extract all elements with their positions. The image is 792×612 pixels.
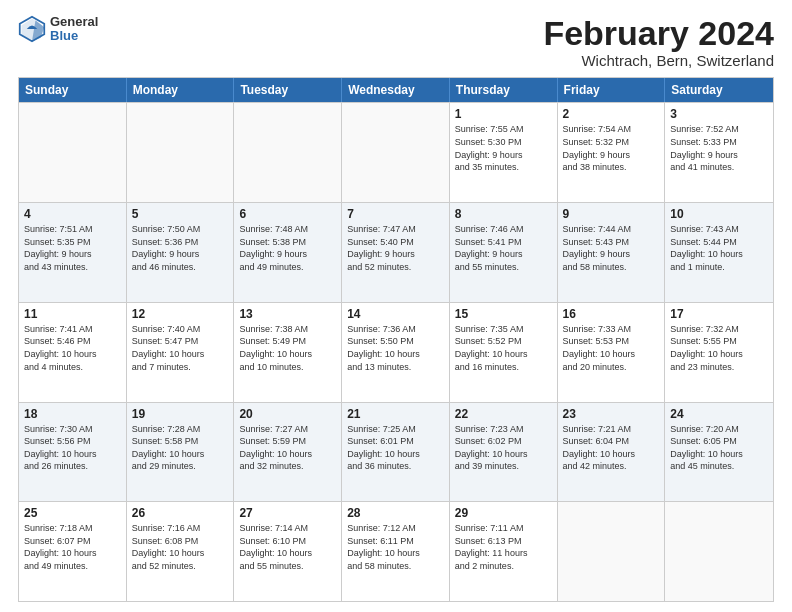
day-number: 6	[239, 207, 336, 221]
day-cell-6: 6Sunrise: 7:48 AM Sunset: 5:38 PM Daylig…	[234, 203, 342, 302]
day-info: Sunrise: 7:48 AM Sunset: 5:38 PM Dayligh…	[239, 223, 336, 273]
day-cell-1: 1Sunrise: 7:55 AM Sunset: 5:30 PM Daylig…	[450, 103, 558, 202]
day-number: 15	[455, 307, 552, 321]
empty-cell-0-2	[234, 103, 342, 202]
empty-cell-0-3	[342, 103, 450, 202]
logo-text: General Blue	[50, 15, 98, 44]
day-number: 14	[347, 307, 444, 321]
day-info: Sunrise: 7:16 AM Sunset: 6:08 PM Dayligh…	[132, 522, 229, 572]
day-number: 20	[239, 407, 336, 421]
day-number: 22	[455, 407, 552, 421]
header-day-saturday: Saturday	[665, 78, 773, 102]
day-cell-24: 24Sunrise: 7:20 AM Sunset: 6:05 PM Dayli…	[665, 403, 773, 502]
calendar-body: 1Sunrise: 7:55 AM Sunset: 5:30 PM Daylig…	[19, 102, 773, 601]
day-cell-5: 5Sunrise: 7:50 AM Sunset: 5:36 PM Daylig…	[127, 203, 235, 302]
day-info: Sunrise: 7:44 AM Sunset: 5:43 PM Dayligh…	[563, 223, 660, 273]
calendar-row-4: 18Sunrise: 7:30 AM Sunset: 5:56 PM Dayli…	[19, 402, 773, 502]
day-info: Sunrise: 7:20 AM Sunset: 6:05 PM Dayligh…	[670, 423, 768, 473]
day-number: 19	[132, 407, 229, 421]
day-number: 3	[670, 107, 768, 121]
day-number: 9	[563, 207, 660, 221]
day-number: 5	[132, 207, 229, 221]
day-cell-8: 8Sunrise: 7:46 AM Sunset: 5:41 PM Daylig…	[450, 203, 558, 302]
day-cell-12: 12Sunrise: 7:40 AM Sunset: 5:47 PM Dayli…	[127, 303, 235, 402]
header-day-thursday: Thursday	[450, 78, 558, 102]
day-cell-11: 11Sunrise: 7:41 AM Sunset: 5:46 PM Dayli…	[19, 303, 127, 402]
page: General Blue February 2024 Wichtrach, Be…	[0, 0, 792, 612]
day-info: Sunrise: 7:35 AM Sunset: 5:52 PM Dayligh…	[455, 323, 552, 373]
day-info: Sunrise: 7:23 AM Sunset: 6:02 PM Dayligh…	[455, 423, 552, 473]
day-info: Sunrise: 7:43 AM Sunset: 5:44 PM Dayligh…	[670, 223, 768, 273]
day-cell-14: 14Sunrise: 7:36 AM Sunset: 5:50 PM Dayli…	[342, 303, 450, 402]
day-cell-2: 2Sunrise: 7:54 AM Sunset: 5:32 PM Daylig…	[558, 103, 666, 202]
empty-cell-4-6	[665, 502, 773, 601]
day-info: Sunrise: 7:50 AM Sunset: 5:36 PM Dayligh…	[132, 223, 229, 273]
day-cell-27: 27Sunrise: 7:14 AM Sunset: 6:10 PM Dayli…	[234, 502, 342, 601]
day-info: Sunrise: 7:33 AM Sunset: 5:53 PM Dayligh…	[563, 323, 660, 373]
day-cell-23: 23Sunrise: 7:21 AM Sunset: 6:04 PM Dayli…	[558, 403, 666, 502]
day-info: Sunrise: 7:40 AM Sunset: 5:47 PM Dayligh…	[132, 323, 229, 373]
empty-cell-0-1	[127, 103, 235, 202]
day-number: 21	[347, 407, 444, 421]
day-number: 12	[132, 307, 229, 321]
day-number: 1	[455, 107, 552, 121]
day-number: 4	[24, 207, 121, 221]
day-cell-20: 20Sunrise: 7:27 AM Sunset: 5:59 PM Dayli…	[234, 403, 342, 502]
day-number: 7	[347, 207, 444, 221]
day-info: Sunrise: 7:21 AM Sunset: 6:04 PM Dayligh…	[563, 423, 660, 473]
day-info: Sunrise: 7:51 AM Sunset: 5:35 PM Dayligh…	[24, 223, 121, 273]
day-info: Sunrise: 7:46 AM Sunset: 5:41 PM Dayligh…	[455, 223, 552, 273]
calendar: SundayMondayTuesdayWednesdayThursdayFrid…	[18, 77, 774, 602]
day-info: Sunrise: 7:38 AM Sunset: 5:49 PM Dayligh…	[239, 323, 336, 373]
day-cell-10: 10Sunrise: 7:43 AM Sunset: 5:44 PM Dayli…	[665, 203, 773, 302]
day-number: 2	[563, 107, 660, 121]
day-info: Sunrise: 7:54 AM Sunset: 5:32 PM Dayligh…	[563, 123, 660, 173]
day-cell-18: 18Sunrise: 7:30 AM Sunset: 5:56 PM Dayli…	[19, 403, 127, 502]
day-number: 24	[670, 407, 768, 421]
day-number: 17	[670, 307, 768, 321]
day-cell-29: 29Sunrise: 7:11 AM Sunset: 6:13 PM Dayli…	[450, 502, 558, 601]
calendar-row-2: 4Sunrise: 7:51 AM Sunset: 5:35 PM Daylig…	[19, 202, 773, 302]
logo: General Blue	[18, 15, 98, 44]
top-section: General Blue February 2024 Wichtrach, Be…	[18, 15, 774, 69]
day-cell-9: 9Sunrise: 7:44 AM Sunset: 5:43 PM Daylig…	[558, 203, 666, 302]
day-number: 11	[24, 307, 121, 321]
day-cell-16: 16Sunrise: 7:33 AM Sunset: 5:53 PM Dayli…	[558, 303, 666, 402]
day-number: 8	[455, 207, 552, 221]
day-info: Sunrise: 7:28 AM Sunset: 5:58 PM Dayligh…	[132, 423, 229, 473]
day-number: 25	[24, 506, 121, 520]
day-cell-28: 28Sunrise: 7:12 AM Sunset: 6:11 PM Dayli…	[342, 502, 450, 601]
empty-cell-4-5	[558, 502, 666, 601]
day-info: Sunrise: 7:12 AM Sunset: 6:11 PM Dayligh…	[347, 522, 444, 572]
day-cell-25: 25Sunrise: 7:18 AM Sunset: 6:07 PM Dayli…	[19, 502, 127, 601]
logo-blue-text: Blue	[50, 29, 98, 43]
header-right: February 2024 Wichtrach, Bern, Switzerla…	[543, 15, 774, 69]
header-day-monday: Monday	[127, 78, 235, 102]
day-cell-26: 26Sunrise: 7:16 AM Sunset: 6:08 PM Dayli…	[127, 502, 235, 601]
calendar-header: SundayMondayTuesdayWednesdayThursdayFrid…	[19, 78, 773, 102]
day-number: 10	[670, 207, 768, 221]
calendar-row-5: 25Sunrise: 7:18 AM Sunset: 6:07 PM Dayli…	[19, 501, 773, 601]
day-number: 23	[563, 407, 660, 421]
day-info: Sunrise: 7:32 AM Sunset: 5:55 PM Dayligh…	[670, 323, 768, 373]
day-cell-4: 4Sunrise: 7:51 AM Sunset: 5:35 PM Daylig…	[19, 203, 127, 302]
day-number: 16	[563, 307, 660, 321]
calendar-row-1: 1Sunrise: 7:55 AM Sunset: 5:30 PM Daylig…	[19, 102, 773, 202]
day-info: Sunrise: 7:25 AM Sunset: 6:01 PM Dayligh…	[347, 423, 444, 473]
day-number: 28	[347, 506, 444, 520]
day-info: Sunrise: 7:36 AM Sunset: 5:50 PM Dayligh…	[347, 323, 444, 373]
calendar-row-3: 11Sunrise: 7:41 AM Sunset: 5:46 PM Dayli…	[19, 302, 773, 402]
day-cell-21: 21Sunrise: 7:25 AM Sunset: 6:01 PM Dayli…	[342, 403, 450, 502]
day-info: Sunrise: 7:30 AM Sunset: 5:56 PM Dayligh…	[24, 423, 121, 473]
day-cell-22: 22Sunrise: 7:23 AM Sunset: 6:02 PM Dayli…	[450, 403, 558, 502]
day-number: 27	[239, 506, 336, 520]
day-cell-13: 13Sunrise: 7:38 AM Sunset: 5:49 PM Dayli…	[234, 303, 342, 402]
month-title: February 2024	[543, 15, 774, 52]
logo-icon	[18, 15, 46, 43]
day-cell-15: 15Sunrise: 7:35 AM Sunset: 5:52 PM Dayli…	[450, 303, 558, 402]
day-number: 18	[24, 407, 121, 421]
header-day-wednesday: Wednesday	[342, 78, 450, 102]
day-info: Sunrise: 7:27 AM Sunset: 5:59 PM Dayligh…	[239, 423, 336, 473]
day-info: Sunrise: 7:52 AM Sunset: 5:33 PM Dayligh…	[670, 123, 768, 173]
day-info: Sunrise: 7:47 AM Sunset: 5:40 PM Dayligh…	[347, 223, 444, 273]
